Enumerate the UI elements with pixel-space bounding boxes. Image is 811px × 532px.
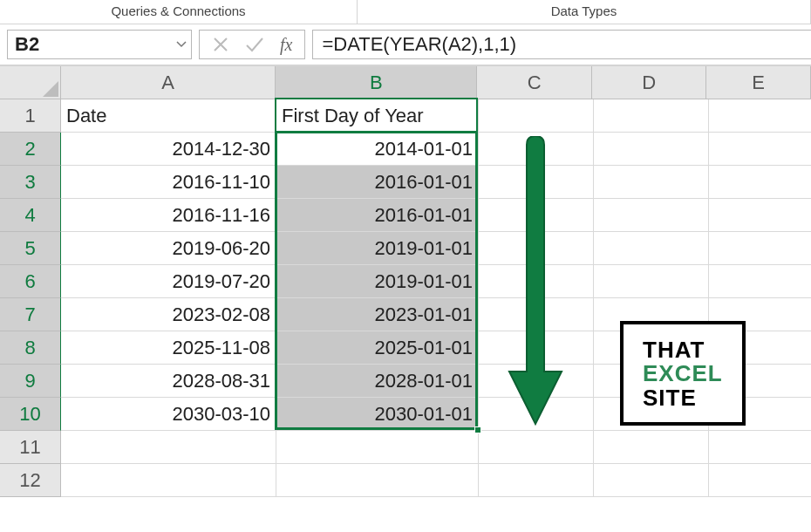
cell-C6[interactable] <box>479 265 594 298</box>
formula-controls: fx <box>199 30 305 59</box>
row-header-4[interactable]: 4 <box>0 199 61 232</box>
row-header-11[interactable]: 11 <box>0 431 61 464</box>
row-header-2[interactable]: 2 <box>0 133 61 166</box>
cell-E6[interactable] <box>709 265 811 298</box>
cell-A9[interactable]: 2028-08-31 <box>61 365 276 398</box>
table-row <box>61 464 811 497</box>
row-header-10[interactable]: 10 <box>0 398 61 431</box>
table-row <box>61 431 811 464</box>
cell-B3[interactable]: 2016-01-01 <box>276 166 479 199</box>
column-header-C[interactable]: C <box>477 66 592 99</box>
cell-B11[interactable] <box>276 431 479 464</box>
cell-E11[interactable] <box>709 431 811 464</box>
cancel-formula-icon[interactable] <box>212 36 229 53</box>
column-header-E[interactable]: E <box>706 66 811 99</box>
cell-C10[interactable] <box>479 398 594 431</box>
cell-A2[interactable]: 2014-12-30 <box>61 133 276 166</box>
cell-E3[interactable] <box>709 166 811 199</box>
table-row: 2016-11-102016-01-01 <box>61 166 811 199</box>
row-header-12[interactable]: 12 <box>0 464 61 497</box>
cell-B12[interactable] <box>276 464 479 497</box>
cell-C7[interactable] <box>479 298 594 331</box>
row-header-1[interactable]: 1 <box>0 99 61 133</box>
logo-line-2: EXCEL <box>643 362 723 385</box>
cell-C9[interactable] <box>479 365 594 398</box>
row-header-7[interactable]: 7 <box>0 298 61 331</box>
column-header-B[interactable]: B <box>276 66 477 99</box>
ribbon-group-queries: Queries & Connections <box>0 0 358 24</box>
cell-A12[interactable] <box>61 464 276 497</box>
cell-B1[interactable]: First Day of Year <box>276 99 479 133</box>
cell-A7[interactable]: 2023-02-08 <box>61 298 276 331</box>
cell-B7[interactable]: 2023-01-01 <box>276 298 479 331</box>
cell-D2[interactable] <box>594 133 709 166</box>
formula-bar-row: B2 fx =DATE(YEAR(A2),1,1) <box>0 24 811 66</box>
table-row: 2019-07-202019-01-01 <box>61 265 811 298</box>
fill-handle[interactable] <box>474 426 481 433</box>
insert-function-icon[interactable]: fx <box>280 35 292 55</box>
cell-B2[interactable]: 2014-01-01 <box>276 133 479 166</box>
cell-B5[interactable]: 2019-01-01 <box>276 232 479 265</box>
cell-A1[interactable]: Date <box>61 99 276 133</box>
table-row: 2014-12-302014-01-01 <box>61 133 811 166</box>
cell-B8[interactable]: 2025-01-01 <box>276 331 479 365</box>
column-header-A[interactable]: A <box>61 66 276 99</box>
cell-E5[interactable] <box>709 232 811 265</box>
cell-D12[interactable] <box>594 464 709 497</box>
cell-C5[interactable] <box>479 232 594 265</box>
row-header-9[interactable]: 9 <box>0 365 61 398</box>
table-row: DateFirst Day of Year <box>61 99 811 133</box>
cell-B9[interactable]: 2028-01-01 <box>276 365 479 398</box>
cell-C12[interactable] <box>479 464 594 497</box>
name-box-value: B2 <box>8 33 172 56</box>
name-box[interactable]: B2 <box>7 30 192 59</box>
table-row: 2019-06-202019-01-01 <box>61 232 811 265</box>
cell-E1[interactable] <box>709 99 811 133</box>
column-header-D[interactable]: D <box>592 66 707 99</box>
cell-C3[interactable] <box>479 166 594 199</box>
column-headers: ABCDE <box>61 66 811 99</box>
cell-A11[interactable] <box>61 431 276 464</box>
cell-B10[interactable]: 2030-01-01 <box>276 398 479 431</box>
cell-D1[interactable] <box>594 99 709 133</box>
cell-D3[interactable] <box>594 166 709 199</box>
cell-E4[interactable] <box>709 199 811 232</box>
ribbon-group-datatypes: Data Types <box>358 0 811 24</box>
cell-D6[interactable] <box>594 265 709 298</box>
row-header-6[interactable]: 6 <box>0 265 61 298</box>
logo-line-3: SITE <box>643 386 723 410</box>
ribbon-group-labels: Queries & Connections Data Types <box>0 0 811 24</box>
cell-A3[interactable]: 2016-11-10 <box>61 166 276 199</box>
logo-line-1: THAT <box>643 338 723 362</box>
cell-C11[interactable] <box>479 431 594 464</box>
table-row: 2016-11-162016-01-01 <box>61 199 811 232</box>
cell-C1[interactable] <box>479 99 594 133</box>
name-box-dropdown-icon[interactable] <box>172 38 191 51</box>
formula-bar-input[interactable]: =DATE(YEAR(A2),1,1) <box>312 30 811 59</box>
accept-formula-icon[interactable] <box>245 36 264 53</box>
cell-B4[interactable]: 2016-01-01 <box>276 199 479 232</box>
cells-area[interactable]: DateFirst Day of Year2014-12-302014-01-0… <box>61 99 811 497</box>
cell-C2[interactable] <box>479 133 594 166</box>
row-headers: 123456789101112 <box>0 99 61 497</box>
cell-E12[interactable] <box>709 464 811 497</box>
that-excel-site-logo: THATEXCELSITE <box>620 321 746 426</box>
cell-A6[interactable]: 2019-07-20 <box>61 265 276 298</box>
row-header-3[interactable]: 3 <box>0 166 61 199</box>
cell-C8[interactable] <box>479 331 594 365</box>
row-header-5[interactable]: 5 <box>0 232 61 265</box>
cell-D4[interactable] <box>594 199 709 232</box>
cell-D11[interactable] <box>594 431 709 464</box>
cell-A4[interactable]: 2016-11-16 <box>61 199 276 232</box>
cell-D5[interactable] <box>594 232 709 265</box>
cell-A10[interactable]: 2030-03-10 <box>61 398 276 431</box>
cell-A8[interactable]: 2025-11-08 <box>61 331 276 365</box>
cell-B6[interactable]: 2019-01-01 <box>276 265 479 298</box>
cell-A5[interactable]: 2019-06-20 <box>61 232 276 265</box>
select-all-corner[interactable] <box>0 66 61 99</box>
cell-C4[interactable] <box>479 199 594 232</box>
cell-E2[interactable] <box>709 133 811 166</box>
row-header-8[interactable]: 8 <box>0 331 61 365</box>
